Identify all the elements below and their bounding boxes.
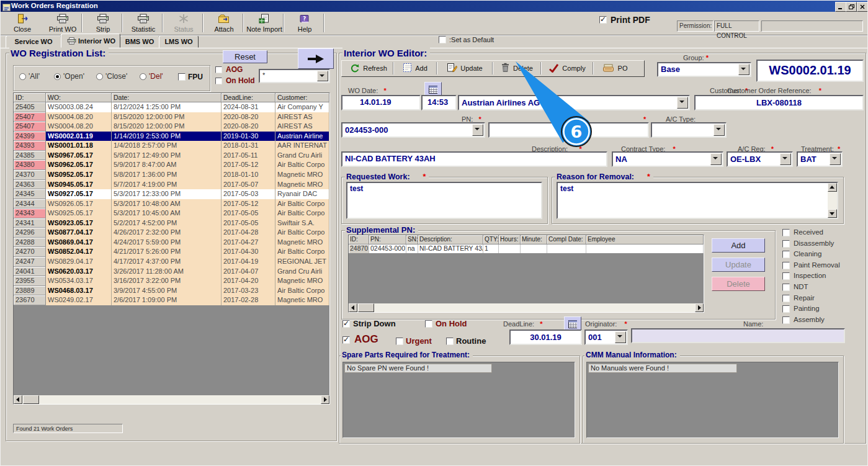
- refresh-button[interactable]: Refresh: [346, 62, 391, 74]
- add-button[interactable]: Add: [395, 62, 435, 74]
- table-row[interactable]: 25407WS0004.08.208/15/2020 12:00:00 PM20…: [14, 122, 329, 132]
- treatment-combo[interactable]: BAT: [797, 151, 843, 167]
- requested-work-textarea[interactable]: test: [346, 182, 542, 219]
- reset-button[interactable]: Reset: [223, 50, 267, 63]
- supp-column-sn[interactable]: SN:: [406, 235, 418, 244]
- aog-filter-checkbox[interactable]: [215, 66, 222, 73]
- table-row[interactable]: 24380WS0962.05.175/9/2017 8:47:00 AM2017…: [14, 160, 329, 170]
- print-wo-button[interactable]: Print WO: [44, 13, 81, 34]
- column-header-wo[interactable]: WO:: [46, 93, 112, 102]
- scroll-left-icon[interactable]: [349, 303, 357, 312]
- wo-table-hscrollbar[interactable]: [14, 395, 329, 404]
- chevron-down-icon[interactable]: [780, 153, 791, 165]
- deadline-calendar-button[interactable]: [564, 316, 581, 331]
- scroll-down-icon[interactable]: [828, 209, 837, 218]
- cleaning-checkbox[interactable]: [782, 251, 790, 258]
- restore-button[interactable]: [846, 2, 857, 12]
- chevron-down-icon[interactable]: [830, 153, 841, 165]
- chevron-down-icon[interactable]: [738, 64, 749, 75]
- strip-button[interactable]: Strip: [84, 13, 122, 34]
- column-header-deadline[interactable]: DeadLine:: [221, 93, 275, 102]
- table-row[interactable]: 24341WS0923.05.175/2/2017 4:52:00 PM2017…: [14, 218, 329, 228]
- print-pdf-checkbox[interactable]: [599, 16, 607, 24]
- table-row[interactable]: 24247WS0829.04.174/17/2017 4:37:00 PM201…: [14, 257, 329, 267]
- scroll-right-icon[interactable]: [695, 303, 704, 312]
- repair-checkbox[interactable]: [782, 295, 790, 302]
- reason-vscrollbar[interactable]: [828, 183, 837, 218]
- table-row[interactable]: 23955WS0534.03.173/16/2017 3:22:00 PM201…: [14, 276, 329, 286]
- tab-lms-wo[interactable]: LMS WO: [159, 35, 199, 48]
- name-field[interactable]: [631, 328, 845, 343]
- chevron-down-icon[interactable]: [317, 71, 328, 81]
- filter-radio-del[interactable]: [140, 73, 146, 80]
- customer-order-ref-field[interactable]: LBX-080118: [694, 95, 864, 110]
- table-row[interactable]: 24041WS0620.03.173/26/2017 11:28:00 AM20…: [14, 267, 329, 277]
- supp-column-minute[interactable]: Minute:: [521, 235, 547, 244]
- urgent-checkbox[interactable]: [396, 338, 403, 345]
- update-button[interactable]: Update: [439, 62, 491, 74]
- scroll-thumb[interactable]: [23, 395, 39, 404]
- delete-button[interactable]: Delete: [494, 62, 539, 74]
- routine-checkbox[interactable]: [446, 338, 454, 345]
- column-header-date[interactable]: Date:: [112, 93, 221, 102]
- assembly-checkbox[interactable]: [782, 316, 790, 324]
- supp-column-description[interactable]: Description:: [418, 235, 483, 244]
- table-row[interactable]: 24345WS0927.05.175/3/2017 12:33:00 PM201…: [14, 189, 329, 199]
- supp-column-compl-date[interactable]: Compl Date:: [547, 235, 586, 244]
- received-checkbox[interactable]: [782, 229, 790, 236]
- table-row[interactable]: 23670WS0249.02.172/6/2017 1:09:00 PM2017…: [14, 295, 329, 305]
- chevron-down-icon[interactable]: [714, 124, 725, 136]
- disassembly-checkbox[interactable]: [782, 240, 790, 248]
- ac-type-combo[interactable]: [651, 122, 727, 138]
- wo-date-field[interactable]: 14.01.19: [341, 95, 421, 110]
- pn-secondary-field[interactable]: [488, 122, 649, 138]
- painting-checkbox[interactable]: [782, 305, 790, 313]
- tab-bms-wo[interactable]: BMS WO: [120, 35, 159, 48]
- transfer-arrow-button[interactable]: [298, 48, 334, 69]
- scroll-left-icon[interactable]: [14, 395, 22, 404]
- table-row[interactable]: 24385WS0967.05.175/9/2017 12:49:00 PM201…: [14, 151, 329, 161]
- statistic-button[interactable]: Statistic: [125, 13, 162, 34]
- customer-filter-combo[interactable]: *: [259, 69, 330, 83]
- help-button[interactable]: ?Help: [286, 13, 323, 34]
- contract-type-combo[interactable]: NA: [612, 151, 723, 167]
- table-row[interactable]: 24288WS0869.04.174/24/2017 5:59:00 PM201…: [14, 238, 329, 248]
- supplemental-hscrollbar[interactable]: [349, 303, 704, 312]
- po-button[interactable]: PO: [595, 62, 635, 74]
- supp-column-pn[interactable]: PN:: [369, 235, 406, 244]
- supplemental-add-button[interactable]: Add: [712, 238, 765, 253]
- paint-removal-checkbox[interactable]: [782, 262, 790, 269]
- supplemental-row[interactable]: 24870024453-000naNI-CAD BATTERY 43AH1: [349, 244, 704, 253]
- table-row[interactable]: 25407WS0004.08.208/15/2020 12:00:00 PM20…: [14, 112, 329, 122]
- group-combo[interactable]: Base: [657, 62, 751, 77]
- scroll-thumb[interactable]: [358, 303, 374, 312]
- close-window-button[interactable]: [857, 2, 868, 12]
- originator-combo[interactable]: 001: [584, 329, 628, 345]
- strip-down-checkbox[interactable]: [342, 320, 350, 328]
- set-as-default-checkbox[interactable]: [439, 36, 446, 43]
- description-field[interactable]: NI-CAD BATTERY 43AH: [341, 151, 607, 167]
- tab-service-wo[interactable]: Service WO: [6, 35, 61, 48]
- pn-combo[interactable]: 024453-000: [341, 122, 485, 138]
- close-button[interactable]: Close: [4, 13, 41, 34]
- inspection-checkbox[interactable]: [782, 272, 790, 280]
- scroll-right-icon[interactable]: [321, 395, 329, 404]
- table-row[interactable]: 25405WS0003.08.248/12/2024 1:25:00 PM202…: [14, 102, 329, 112]
- customer-combo[interactable]: Austrian Airlines AG: [458, 95, 690, 110]
- deadline-field[interactable]: 30.01.19: [509, 329, 582, 345]
- table-row-selected[interactable]: 24399WS0002.01.191/14/2019 2:53:00 PM201…: [14, 132, 329, 141]
- table-row[interactable]: 24270WS0852.04.174/21/2017 5:26:00 PM201…: [14, 247, 329, 257]
- table-row[interactable]: 23889WS0468.03.173/9/2017 4:55:00 PM2017…: [14, 286, 329, 296]
- on-hold-checkbox[interactable]: [425, 320, 432, 328]
- supp-column-qty[interactable]: QTY:: [483, 235, 499, 244]
- column-header-customer[interactable]: Customer:: [275, 93, 329, 102]
- filter-radio-all[interactable]: [19, 73, 26, 80]
- table-row[interactable]: 24343WS0925.05.175/3/2017 10:45:00 AM201…: [14, 208, 329, 218]
- chevron-down-icon[interactable]: [472, 124, 483, 136]
- minimize-button[interactable]: [835, 2, 846, 12]
- ndt-checkbox[interactable]: [782, 284, 790, 291]
- chevron-down-icon[interactable]: [710, 153, 722, 165]
- table-row[interactable]: 24393WS0001.01.181/4/2018 2:57:00 PM2018…: [14, 141, 329, 151]
- column-header-id[interactable]: ID:: [14, 93, 46, 102]
- supp-column-employee[interactable]: Employee: [586, 235, 704, 244]
